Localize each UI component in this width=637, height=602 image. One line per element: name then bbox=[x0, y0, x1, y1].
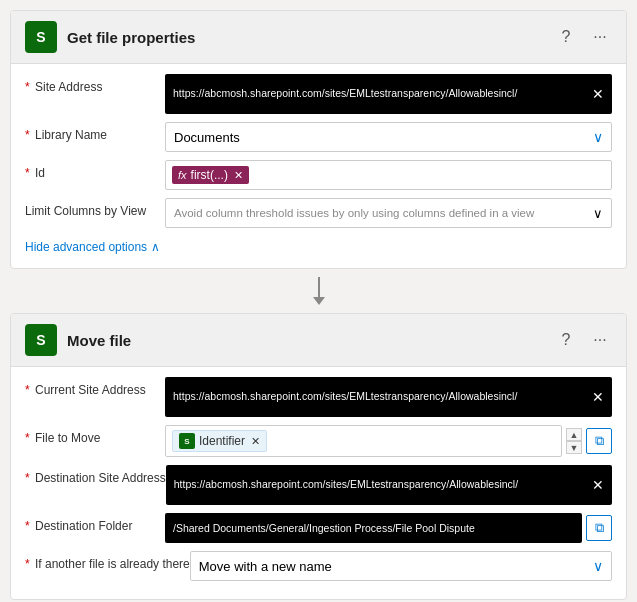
card1-more-button[interactable]: ··· bbox=[588, 25, 612, 49]
file-to-move-folder-btn[interactable]: ⧉ bbox=[586, 428, 612, 454]
destination-folder-container: /Shared Documents/General/Ingestion Proc… bbox=[165, 513, 612, 543]
fx-icon: fx bbox=[178, 169, 187, 181]
file-to-move-stepper: ▲ ▼ bbox=[566, 428, 582, 454]
label-destination-folder: * Destination Folder bbox=[25, 513, 165, 533]
control-id: fx first(...) ✕ bbox=[165, 160, 612, 190]
field-row-if-another-file: * If another file is already there Move … bbox=[25, 551, 612, 581]
card2-header-right: ? ··· bbox=[554, 328, 612, 352]
destination-folder-btn[interactable]: ⧉ bbox=[586, 515, 612, 541]
limit-columns-chevron-icon: ∨ bbox=[593, 206, 603, 221]
page-wrapper: S Get file properties ? ··· * Site Addre… bbox=[10, 10, 627, 600]
sp-token-icon: S bbox=[179, 433, 195, 449]
card-get-file-properties: S Get file properties ? ··· * Site Addre… bbox=[10, 10, 627, 269]
card2-title: Move file bbox=[67, 332, 131, 349]
destination-site-address-input[interactable]: https://abcmosh.sharepoint.com/sites/EML… bbox=[166, 465, 612, 505]
control-current-site-address: https://abcmosh.sharepoint.com/sites/EML… bbox=[165, 377, 612, 417]
field-row-destination-site-address: * Destination Site Address https://abcmo… bbox=[25, 465, 612, 505]
site-address-clear-btn[interactable]: ✕ bbox=[592, 85, 604, 103]
label-if-another-file: * If another file is already there bbox=[25, 551, 190, 571]
file-to-move-token-input[interactable]: S Identifier ✕ bbox=[165, 425, 562, 457]
sp-token-close[interactable]: ✕ bbox=[251, 435, 260, 448]
library-name-value: Documents bbox=[174, 130, 240, 145]
limit-columns-dropdown[interactable]: Avoid column threshold issues by only us… bbox=[165, 198, 612, 228]
label-library-name: * Library Name bbox=[25, 122, 165, 142]
arrow-connector bbox=[313, 269, 325, 313]
if-another-file-dropdown[interactable]: Move with a new name ∨ bbox=[190, 551, 612, 581]
site-address-input[interactable]: https://abcmosh.sharepoint.com/sites/EML… bbox=[165, 74, 612, 114]
file-to-move-sp-token: S Identifier ✕ bbox=[172, 430, 267, 452]
control-limit-columns: Avoid column threshold issues by only us… bbox=[165, 198, 612, 228]
current-site-address-input[interactable]: https://abcmosh.sharepoint.com/sites/EML… bbox=[165, 377, 612, 417]
control-destination-site-address: https://abcmosh.sharepoint.com/sites/EML… bbox=[166, 465, 612, 505]
id-fx-token: fx first(...) ✕ bbox=[172, 166, 249, 184]
label-destination-site-address: * Destination Site Address bbox=[25, 465, 166, 485]
card2-more-button[interactable]: ··· bbox=[588, 328, 612, 352]
arrow-head bbox=[313, 297, 325, 305]
limit-columns-placeholder: Avoid column threshold issues by only us… bbox=[174, 207, 534, 219]
sp-token-label: Identifier bbox=[199, 434, 245, 448]
label-id: * Id bbox=[25, 160, 165, 180]
destination-folder-input[interactable]: /Shared Documents/General/Ingestion Proc… bbox=[165, 513, 582, 543]
label-limit-columns: Limit Columns by View bbox=[25, 198, 165, 218]
field-row-limit-columns: Limit Columns by View Avoid column thres… bbox=[25, 198, 612, 228]
card2-body: * Current Site Address https://abcmosh.s… bbox=[11, 367, 626, 599]
card1-header-right: ? ··· bbox=[554, 25, 612, 49]
library-name-dropdown[interactable]: Documents ∨ bbox=[165, 122, 612, 152]
folder-icon: ⧉ bbox=[595, 433, 604, 449]
current-site-address-clear-btn[interactable]: ✕ bbox=[592, 388, 604, 406]
field-row-destination-folder: * Destination Folder /Shared Documents/G… bbox=[25, 513, 612, 543]
fx-token-label: first(...) bbox=[191, 168, 228, 182]
if-another-file-value: Move with a new name bbox=[199, 559, 332, 574]
field-row-id: * Id fx first(...) ✕ bbox=[25, 160, 612, 190]
stepper-down-btn[interactable]: ▼ bbox=[566, 441, 582, 454]
advanced-options-toggle[interactable]: Hide advanced options ∧ bbox=[25, 240, 160, 254]
field-row-current-site-address: * Current Site Address https://abcmosh.s… bbox=[25, 377, 612, 417]
if-another-file-chevron-icon: ∨ bbox=[593, 558, 603, 574]
library-name-chevron-icon: ∨ bbox=[593, 129, 603, 145]
card2-header-left: S Move file bbox=[25, 324, 131, 356]
folder2-icon: ⧉ bbox=[595, 520, 604, 536]
card2-header: S Move file ? ··· bbox=[11, 314, 626, 367]
card1-app-icon: S bbox=[25, 21, 57, 53]
field-row-library-name: * Library Name Documents ∨ bbox=[25, 122, 612, 152]
id-token-input[interactable]: fx first(...) ✕ bbox=[165, 160, 612, 190]
label-file-to-move: * File to Move bbox=[25, 425, 165, 445]
destination-site-address-value: https://abcmosh.sharepoint.com/sites/EML… bbox=[174, 478, 518, 492]
control-site-address: https://abcmosh.sharepoint.com/sites/EML… bbox=[165, 74, 612, 114]
card1-header: S Get file properties ? ··· bbox=[11, 11, 626, 64]
arrow-line bbox=[318, 277, 320, 297]
label-site-address: * Site Address bbox=[25, 74, 165, 94]
current-site-address-value: https://abcmosh.sharepoint.com/sites/EML… bbox=[173, 390, 517, 404]
card2-app-icon: S bbox=[25, 324, 57, 356]
file-to-move-container: S Identifier ✕ ▲ ▼ ⧉ bbox=[165, 425, 612, 457]
stepper-up-btn[interactable]: ▲ bbox=[566, 428, 582, 441]
destination-folder-value: /Shared Documents/General/Ingestion Proc… bbox=[173, 522, 475, 534]
fx-token-close[interactable]: ✕ bbox=[234, 169, 243, 182]
card1-title: Get file properties bbox=[67, 29, 195, 46]
card1-header-left: S Get file properties bbox=[25, 21, 195, 53]
card1-body: * Site Address https://abcmosh.sharepoin… bbox=[11, 64, 626, 268]
advanced-toggle-icon: ∧ bbox=[151, 240, 160, 254]
control-library-name: Documents ∨ bbox=[165, 122, 612, 152]
card-move-file: S Move file ? ··· * Current Site Address bbox=[10, 313, 627, 600]
field-row-file-to-move: * File to Move S Identifier ✕ bbox=[25, 425, 612, 457]
card2-help-button[interactable]: ? bbox=[554, 328, 578, 352]
control-if-another-file: Move with a new name ∨ bbox=[190, 551, 612, 581]
field-row-site-address: * Site Address https://abcmosh.sharepoin… bbox=[25, 74, 612, 114]
destination-site-address-clear-btn[interactable]: ✕ bbox=[592, 476, 604, 494]
control-file-to-move: S Identifier ✕ ▲ ▼ ⧉ bbox=[165, 425, 612, 457]
card1-help-button[interactable]: ? bbox=[554, 25, 578, 49]
site-address-value: https://abcmosh.sharepoint.com/sites/EML… bbox=[173, 87, 517, 101]
label-current-site-address: * Current Site Address bbox=[25, 377, 165, 397]
advanced-toggle-label: Hide advanced options bbox=[25, 240, 147, 254]
control-destination-folder: /Shared Documents/General/Ingestion Proc… bbox=[165, 513, 612, 543]
